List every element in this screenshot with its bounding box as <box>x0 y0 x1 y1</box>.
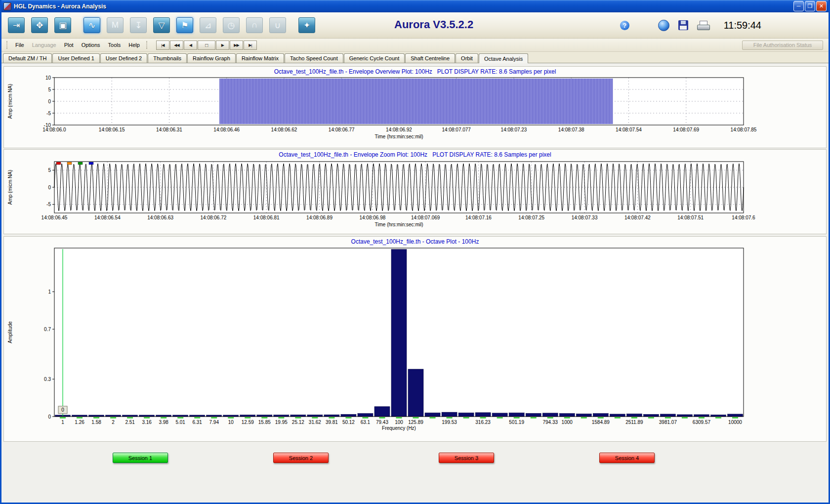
octave-bar <box>290 415 306 417</box>
envelope-overview-chart[interactable]: 1050-5-1014:08:06.014:08:06.1514:08:06.3… <box>5 76 825 145</box>
svg-text:1.58: 1.58 <box>91 420 101 425</box>
tab-user-defined-2[interactable]: User Defined 2 <box>100 53 147 63</box>
valley-curve-icon-glyph: ∪ <box>269 17 286 33</box>
octave-bar <box>559 414 575 417</box>
tab-orbit[interactable]: Orbit <box>456 53 478 63</box>
playback-controls: |◀◀◀◀□▶▶▶▶| <box>156 41 257 50</box>
svg-text:79.43: 79.43 <box>376 420 388 425</box>
svg-text:0: 0 <box>48 185 51 190</box>
tab-octave-analysis[interactable]: Octave Analysis <box>479 53 528 63</box>
svg-text:Frequency (Hz): Frequency (Hz) <box>382 425 416 431</box>
svg-text:14:08:07.42: 14:08:07.42 <box>624 215 651 220</box>
cursor-marker <box>89 162 93 165</box>
svg-text:100: 100 <box>395 420 403 425</box>
octave-bar <box>374 407 390 417</box>
trend-plot-icon-glyph: ⊿ <box>200 17 216 33</box>
connect-exit-icon-glyph: ⇥ <box>8 17 25 33</box>
octave-bar <box>458 413 474 417</box>
menu-options[interactable]: Options <box>78 41 104 49</box>
flag-marker-icon[interactable]: ⚑ <box>174 14 196 37</box>
save-icon-label <box>680 26 687 30</box>
svg-text:2511.89: 2511.89 <box>625 420 643 425</box>
svg-text:Time (hrs:min:sec:mil): Time (hrs:min:sec:mil) <box>375 222 423 227</box>
close-button[interactable]: ✕ <box>816 1 827 11</box>
tab-rainflow-graph[interactable]: Rainflow Graph <box>187 53 236 63</box>
network-monitor-icon[interactable]: ▣ <box>52 14 74 37</box>
printer-icon[interactable] <box>697 21 710 30</box>
help-icon[interactable]: ? <box>620 21 629 30</box>
connect-exit-icon[interactable]: ⇥ <box>5 14 27 37</box>
application-window: HGL Dynamics - Aurora Analysis ─❐✕ ⇥✥▣∿M… <box>0 0 830 504</box>
svg-text:14:08:06.46: 14:08:06.46 <box>213 127 240 132</box>
svg-text:39.81: 39.81 <box>326 420 338 425</box>
svg-text:1.26: 1.26 <box>75 420 84 425</box>
tab-tacho-speed-count[interactable]: Tacho Speed Count <box>285 53 343 63</box>
svg-text:14:08:07.23: 14:08:07.23 <box>501 127 527 132</box>
svg-text:14:08:06.81: 14:08:06.81 <box>253 215 280 220</box>
tab-rainflow-matrix[interactable]: Rainflow Matrix <box>236 53 284 63</box>
octave-bar <box>475 413 491 417</box>
skip-to-end-button[interactable]: ▶| <box>244 41 257 50</box>
menu-file[interactable]: File <box>11 41 28 49</box>
svg-text:501.19: 501.19 <box>509 420 524 425</box>
magic-wand-icon[interactable]: ✦ <box>296 14 318 37</box>
fast-forward-button[interactable]: ▶▶ <box>230 41 243 50</box>
toolbar-buttons: ⇥✥▣∿M↧▽⚑⊿◷∩∪✦ <box>5 14 319 37</box>
envelope-overview-panel: Octave_test_100Hz_file.th - Envelope Ove… <box>3 66 827 148</box>
svg-text:0: 0 <box>61 407 64 413</box>
expand-view-icon-glyph: ✥ <box>31 17 48 33</box>
octave-bar <box>408 369 423 417</box>
octave-bar <box>710 415 726 417</box>
play-button[interactable]: ▶ <box>216 41 229 50</box>
svg-text:5: 5 <box>48 168 51 173</box>
tab-default-zm-th[interactable]: Default ZM / TH <box>3 53 52 63</box>
svg-text:50.12: 50.12 <box>342 420 355 425</box>
tab-generic-cycle-count[interactable]: Generic Cycle Count <box>344 53 405 63</box>
stop-button[interactable]: □ <box>198 41 215 50</box>
octave-bar <box>542 413 558 417</box>
step-back-button[interactable]: ◀ <box>184 41 197 50</box>
save-icon[interactable] <box>678 20 688 30</box>
skip-to-start-button[interactable]: |◀ <box>156 41 169 50</box>
octave-bar <box>324 415 339 417</box>
tab-shaft-centreline[interactable]: Shaft Centreline <box>405 53 455 63</box>
svg-text:7.94: 7.94 <box>209 420 219 425</box>
octave-bar <box>694 415 709 417</box>
view-tabs: Default ZM / THUser Defined 1User Define… <box>1 52 829 63</box>
rainflow-icon-glyph: M <box>107 17 124 33</box>
envelope-zoom-panel: Octave_test_100Hz_file.th - Envelope Zoo… <box>3 149 827 234</box>
svg-text:Amp (micm NA): Amp (micm NA) <box>7 84 13 119</box>
window-title: HGL Dynamics - Aurora Analysis <box>14 3 792 10</box>
svg-text:1: 1 <box>61 420 64 425</box>
svg-text:15.85: 15.85 <box>258 420 271 425</box>
svg-text:0: 0 <box>48 99 51 104</box>
tab-user-defined-1[interactable]: User Defined 1 <box>52 53 99 63</box>
svg-text:0: 0 <box>48 414 51 420</box>
envelope-burst <box>220 79 613 124</box>
peak-curve-icon: ∩ <box>244 14 265 37</box>
menu-tools[interactable]: Tools <box>104 41 125 49</box>
svg-text:14:08:07.85: 14:08:07.85 <box>731 127 757 132</box>
filter-funnel-icon[interactable]: ▽ <box>151 14 172 37</box>
session-button-3[interactable]: Session 3 <box>439 453 494 463</box>
octave-bar <box>341 414 356 417</box>
save-icon-shutter <box>681 21 686 24</box>
octave-plot-chart[interactable]: 00.30.71Frequency (Hz)Amplitude11.261.58… <box>5 246 825 439</box>
octave-bar <box>391 250 407 417</box>
globe-icon[interactable] <box>658 20 669 31</box>
filter-funnel-icon-glyph: ▽ <box>153 17 170 33</box>
svg-text:14:08:06.15: 14:08:06.15 <box>99 127 125 132</box>
expand-view-icon[interactable]: ✥ <box>29 14 50 37</box>
menu-help[interactable]: Help <box>124 41 144 49</box>
session-button-1[interactable]: Session 1 <box>113 453 168 463</box>
menu-plot[interactable]: Plot <box>60 41 78 49</box>
svg-text:6.31: 6.31 <box>192 420 202 425</box>
envelope-zoom-chart[interactable]: 50-514:08:06.4514:08:06.5414:08:06.6314:… <box>5 159 825 233</box>
maximize-button[interactable]: ❐ <box>805 1 815 11</box>
session-button-4[interactable]: Session 4 <box>599 453 655 463</box>
session-button-2[interactable]: Session 2 <box>273 453 329 463</box>
tab-thumbnails[interactable]: Thumbnails <box>148 53 187 63</box>
time-history-plot-icon[interactable]: ∿ <box>81 14 103 37</box>
minimize-button[interactable]: ─ <box>793 1 804 11</box>
fast-rewind-button[interactable]: ◀◀ <box>170 41 183 50</box>
